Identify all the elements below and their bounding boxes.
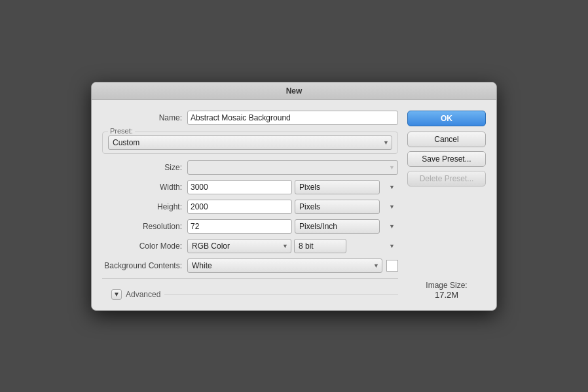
advanced-label: Advanced <box>126 290 160 299</box>
image-size-label: Image Size: <box>407 281 486 290</box>
image-size-section: Image Size: 17.2M <box>407 274 486 300</box>
width-unit-arrow-icon: ▼ <box>389 184 395 190</box>
width-unit-wrap: Pixels Inches Centimeters ▼ <box>295 180 398 194</box>
color-mode-select-wrap: Bitmap Grayscale RGB Color CMYK Color La… <box>187 239 291 253</box>
preset-select[interactable]: Custom Default Photoshop Size U.S. Paper… <box>108 135 392 150</box>
resolution-unit-arrow-icon: ▼ <box>389 223 395 230</box>
bg-contents-label: Background Contents: <box>102 261 187 270</box>
height-unit-arrow-icon: ▼ <box>389 204 395 210</box>
bit-depth-select[interactable]: 8 bit 16 bit 32 bit <box>294 239 346 253</box>
color-mode-row: Color Mode: Bitmap Grayscale RGB Color C… <box>102 239 398 253</box>
bit-depth-arrow-icon: ▼ <box>389 243 395 249</box>
bg-contents-row: Background Contents: White Background Co… <box>102 258 398 273</box>
title-text: New <box>286 86 303 96</box>
width-fields: Pixels Inches Centimeters ▼ <box>187 180 398 194</box>
resolution-label: Resolution: <box>102 222 187 231</box>
divider <box>102 278 398 279</box>
delete-preset-button: Delete Preset... <box>407 171 486 187</box>
color-swatch[interactable] <box>386 260 398 272</box>
bg-contents-select-wrap: White Background Color Transparent ▼ <box>187 258 382 273</box>
width-row: Width: Pixels Inches Centimeters ▼ <box>102 180 398 194</box>
advanced-row: ▼ Advanced <box>102 285 398 300</box>
height-input[interactable] <box>187 200 292 214</box>
color-mode-select[interactable]: Bitmap Grayscale RGB Color CMYK Color La… <box>187 239 291 253</box>
ok-button[interactable]: OK <box>407 111 486 126</box>
resolution-unit-wrap: Pixels/Inch Pixels/Centimeter ▼ <box>295 219 398 234</box>
resolution-fields: Pixels/Inch Pixels/Centimeter ▼ <box>187 219 398 234</box>
size-select-wrap: ▼ <box>187 160 398 175</box>
name-label: Name: <box>102 113 187 122</box>
dialog-title: New <box>92 82 496 100</box>
height-label: Height: <box>102 202 187 211</box>
bg-contents-select[interactable]: White Background Color Transparent <box>187 258 382 273</box>
name-input[interactable] <box>187 111 398 125</box>
width-label: Width: <box>102 183 187 192</box>
height-unit-wrap: Pixels Inches Centimeters ▼ <box>295 200 398 214</box>
height-row: Height: Pixels Inches Centimeters ▼ <box>102 200 398 214</box>
dialog-buttons: OK Cancel Save Preset... Delete Preset..… <box>407 111 486 300</box>
width-input[interactable] <box>187 180 292 194</box>
size-label: Size: <box>102 163 187 172</box>
width-unit-select[interactable]: Pixels Inches Centimeters <box>295 180 380 194</box>
cancel-button[interactable]: Cancel <box>407 132 486 147</box>
size-input <box>187 160 398 175</box>
advanced-divider-line <box>164 294 398 294</box>
dialog-form: Name: Preset: Custom Default Photoshop S… <box>102 111 398 300</box>
height-fields: Pixels Inches Centimeters ▼ <box>187 200 398 214</box>
name-row: Name: <box>102 111 398 125</box>
color-mode-label: Color Mode: <box>102 241 187 251</box>
bit-depth-select-wrap: 8 bit 16 bit 32 bit ▼ <box>294 239 398 253</box>
resolution-unit-select[interactable]: Pixels/Inch Pixels/Centimeter <box>295 219 380 234</box>
height-unit-select[interactable]: Pixels Inches Centimeters <box>295 200 380 214</box>
preset-select-wrap: Custom Default Photoshop Size U.S. Paper… <box>108 135 392 150</box>
preset-label: Preset: <box>108 127 135 135</box>
advanced-toggle-button[interactable]: ▼ <box>111 289 122 300</box>
image-size-value: 17.2M <box>407 290 486 300</box>
new-document-dialog: New Name: Preset: Custom Default Photosh… <box>91 82 497 311</box>
color-mode-fields: Bitmap Grayscale RGB Color CMYK Color La… <box>187 239 398 253</box>
resolution-row: Resolution: Pixels/Inch Pixels/Centimete… <box>102 219 398 234</box>
resolution-input[interactable] <box>187 219 292 234</box>
save-preset-button[interactable]: Save Preset... <box>407 151 486 167</box>
preset-row: Preset: Custom Default Photoshop Size U.… <box>102 132 398 154</box>
size-row: Size: ▼ <box>102 160 398 175</box>
